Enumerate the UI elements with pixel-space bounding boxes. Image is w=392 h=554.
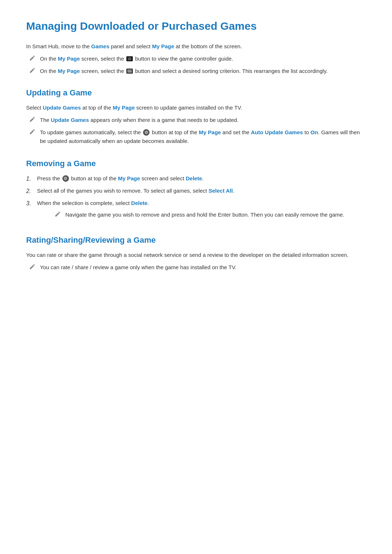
auto-update-games-link: Auto Update Games: [251, 129, 303, 135]
updating-bullet-list: The Update Games appears only when there…: [26, 116, 366, 145]
intro-text-end: at the bottom of the screen.: [174, 43, 242, 49]
list-item: On the My Page screen, select the button…: [26, 54, 366, 63]
list-item: To update games automatically, select th…: [26, 128, 366, 145]
removing-step-1: Press the button at top of the My Page s…: [37, 174, 366, 183]
nested-bullet-text: Navigate the game you wish to remove and…: [65, 210, 344, 219]
list-item: You can rate / share / review a game onl…: [26, 263, 366, 272]
gamepad-icon: [126, 56, 133, 61]
select-all-link: Select All: [208, 188, 233, 194]
intro-text-before-mypage: panel and select: [109, 43, 152, 49]
gear-icon-updating: [143, 129, 150, 136]
games-link: Games: [91, 43, 109, 49]
bullet-text-2: On the My Page screen, select the button…: [40, 67, 328, 75]
update-games-ref: Update Games: [51, 117, 89, 123]
nested-bullet-removing: Navigate the game you wish to remove and…: [37, 210, 366, 219]
pencil-icon: [29, 55, 36, 62]
intro-text-before-games: In Smart Hub, move to the: [26, 43, 91, 49]
my-page-ref-1: My Page: [58, 56, 80, 62]
removing-step-3: When the selection is complete, select D…: [37, 199, 366, 222]
rating-bullet-list: You can rate / share / review a game onl…: [26, 263, 366, 272]
section-removing: Removing a Game 1. Press the button at t…: [26, 157, 366, 222]
list-number-2: 2.: [26, 186, 37, 196]
pencil-icon: [29, 128, 36, 136]
my-page-link-intro: My Page: [152, 43, 174, 49]
nested-bullet-list: Navigate the game you wish to remove and…: [52, 210, 366, 219]
sort-icon: [126, 69, 133, 74]
delete-link-1: Delete: [186, 175, 202, 181]
update-games-link: Update Games: [43, 104, 81, 111]
pencil-icon: [29, 116, 36, 123]
list-item: 3. When the selection is complete, selec…: [26, 199, 366, 222]
section-title-rating: Rating/Sharing/Reviewing a Game: [26, 234, 366, 246]
list-item: On the My Page screen, select the button…: [26, 67, 366, 75]
pencil-icon: [29, 67, 36, 74]
intro-bullet-list: On the My Page screen, select the button…: [26, 54, 366, 75]
section-rating: Rating/Sharing/Reviewing a Game You can …: [26, 234, 366, 272]
updating-intro: Select Update Games at top of the My Pag…: [26, 103, 366, 112]
my-page-ref-2: My Page: [58, 68, 80, 74]
pencil-icon: [54, 211, 62, 218]
on-label: On: [310, 129, 318, 135]
rating-bullet-1: You can rate / share / review a game onl…: [40, 263, 236, 272]
list-item: 2. Select all of the games you wish to r…: [26, 186, 366, 196]
list-number-1: 1.: [26, 174, 37, 184]
bullet-text-1: On the My Page screen, select the button…: [40, 54, 233, 63]
pencil-icon: [29, 263, 36, 271]
list-number-3: 3.: [26, 199, 37, 208]
updating-bullet-1: The Update Games appears only when there…: [40, 116, 238, 124]
removing-step-2: Select all of the games you wish to remo…: [37, 186, 366, 195]
updating-bullet-2: To update games automatically, select th…: [40, 128, 366, 145]
my-page-ref-auto: My Page: [199, 129, 221, 135]
removing-ordered-list: 1. Press the button at top of the My Pag…: [26, 174, 366, 222]
intro-paragraph: In Smart Hub, move to the Games panel an…: [26, 42, 366, 51]
section-updating: Updating a Game Select Update Games at t…: [26, 86, 366, 145]
my-page-ref-removing: My Page: [118, 175, 140, 181]
section-title-removing: Removing a Game: [26, 157, 366, 170]
rating-intro: You can rate or share the game through a…: [26, 251, 366, 259]
my-page-ref-updating: My Page: [113, 104, 135, 111]
list-item: Navigate the game you wish to remove and…: [52, 210, 366, 219]
section-title-updating: Updating a Game: [26, 86, 366, 99]
list-item: The Update Games appears only when there…: [26, 116, 366, 124]
delete-link-2: Delete: [131, 200, 147, 206]
list-item: 1. Press the button at top of the My Pag…: [26, 174, 366, 184]
gear-icon-removing: [62, 175, 69, 182]
page-title: Managing Downloaded or Purchased Games: [26, 17, 366, 35]
